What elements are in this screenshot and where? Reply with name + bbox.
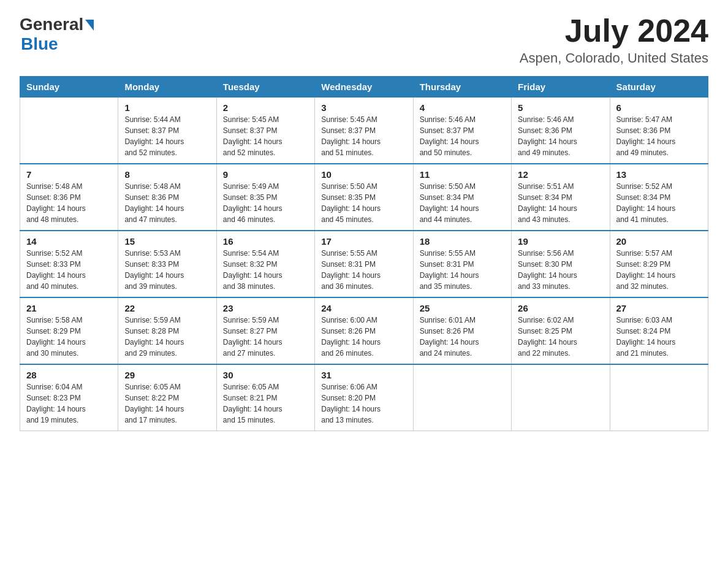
day-number: 23 — [223, 303, 308, 313]
calendar-cell: 4Sunrise: 5:46 AMSunset: 8:37 PMDaylight… — [413, 98, 511, 164]
day-info: Sunrise: 5:55 AMSunset: 8:31 PMDaylight:… — [321, 248, 406, 292]
day-number: 6 — [616, 102, 702, 113]
day-info: Sunrise: 6:05 AMSunset: 8:22 PMDaylight:… — [124, 381, 210, 426]
day-info: Sunrise: 5:58 AMSunset: 8:29 PMDaylight:… — [26, 315, 112, 359]
calendar-cell: 18Sunrise: 5:55 AMSunset: 8:31 PMDayligh… — [413, 231, 511, 297]
calendar-cell: 24Sunrise: 6:00 AMSunset: 8:26 PMDayligh… — [315, 297, 413, 364]
day-info: Sunrise: 5:50 AMSunset: 8:34 PMDaylight:… — [420, 181, 505, 225]
day-number: 16 — [223, 236, 308, 247]
calendar-header-row: SundayMondayTuesdayWednesdayThursdayFrid… — [20, 77, 708, 98]
logo: General Blue — [20, 15, 94, 54]
calendar-cell: 22Sunrise: 5:59 AMSunset: 8:28 PMDayligh… — [118, 297, 216, 364]
day-number: 25 — [420, 303, 505, 313]
page-header: General Blue July 2024 Aspen, Colorado, … — [20, 15, 708, 66]
day-info: Sunrise: 5:48 AMSunset: 8:36 PMDaylight:… — [26, 181, 112, 225]
day-info: Sunrise: 5:53 AMSunset: 8:33 PMDaylight:… — [124, 248, 210, 292]
calendar-cell: 30Sunrise: 6:05 AMSunset: 8:21 PMDayligh… — [216, 364, 314, 431]
day-number: 14 — [26, 236, 112, 247]
day-info: Sunrise: 6:04 AMSunset: 8:23 PMDaylight:… — [26, 381, 112, 426]
day-info: Sunrise: 5:56 AMSunset: 8:30 PMDaylight:… — [518, 248, 603, 292]
day-info: Sunrise: 5:55 AMSunset: 8:31 PMDaylight:… — [420, 248, 505, 292]
day-number: 12 — [518, 169, 603, 180]
day-number: 4 — [420, 102, 505, 113]
calendar-cell — [512, 364, 610, 431]
calendar-cell: 11Sunrise: 5:50 AMSunset: 8:34 PMDayligh… — [413, 164, 511, 231]
day-number: 21 — [26, 303, 112, 313]
calendar-cell: 6Sunrise: 5:47 AMSunset: 8:36 PMDaylight… — [610, 98, 708, 164]
day-info: Sunrise: 5:52 AMSunset: 8:33 PMDaylight:… — [26, 248, 112, 292]
calendar-cell — [413, 364, 511, 431]
calendar-cell: 29Sunrise: 6:05 AMSunset: 8:22 PMDayligh… — [118, 364, 216, 431]
calendar-week-row-2: 7Sunrise: 5:48 AMSunset: 8:36 PMDaylight… — [20, 164, 708, 231]
calendar-cell: 2Sunrise: 5:45 AMSunset: 8:37 PMDaylight… — [216, 98, 314, 164]
calendar-cell: 3Sunrise: 5:45 AMSunset: 8:37 PMDaylight… — [315, 98, 413, 164]
day-info: Sunrise: 5:59 AMSunset: 8:27 PMDaylight:… — [223, 315, 308, 359]
calendar-cell: 12Sunrise: 5:51 AMSunset: 8:34 PMDayligh… — [512, 164, 610, 231]
calendar-cell: 13Sunrise: 5:52 AMSunset: 8:34 PMDayligh… — [610, 164, 708, 231]
calendar-cell — [610, 364, 708, 431]
day-info: Sunrise: 5:48 AMSunset: 8:36 PMDaylight:… — [124, 181, 210, 225]
day-info: Sunrise: 6:03 AMSunset: 8:24 PMDaylight:… — [616, 315, 702, 359]
calendar-cell: 16Sunrise: 5:54 AMSunset: 8:32 PMDayligh… — [216, 231, 314, 297]
calendar-header-monday: Monday — [118, 77, 216, 98]
day-info: Sunrise: 6:02 AMSunset: 8:25 PMDaylight:… — [518, 315, 603, 359]
calendar-cell: 8Sunrise: 5:48 AMSunset: 8:36 PMDaylight… — [118, 164, 216, 231]
calendar-table: SundayMondayTuesdayWednesdayThursdayFrid… — [20, 76, 708, 431]
day-info: Sunrise: 5:46 AMSunset: 8:36 PMDaylight:… — [518, 114, 603, 158]
day-number: 29 — [124, 370, 210, 380]
day-number: 13 — [616, 169, 702, 180]
day-info: Sunrise: 5:52 AMSunset: 8:34 PMDaylight:… — [616, 181, 702, 225]
day-number: 28 — [26, 370, 112, 380]
day-number: 15 — [124, 236, 210, 247]
calendar-cell: 15Sunrise: 5:53 AMSunset: 8:33 PMDayligh… — [118, 231, 216, 297]
day-number: 5 — [518, 102, 603, 113]
day-number: 7 — [26, 169, 112, 180]
day-info: Sunrise: 5:50 AMSunset: 8:35 PMDaylight:… — [321, 181, 406, 225]
calendar-cell: 19Sunrise: 5:56 AMSunset: 8:30 PMDayligh… — [512, 231, 610, 297]
day-info: Sunrise: 5:54 AMSunset: 8:32 PMDaylight:… — [223, 248, 308, 292]
day-info: Sunrise: 5:49 AMSunset: 8:35 PMDaylight:… — [223, 181, 308, 225]
day-number: 18 — [420, 236, 505, 247]
calendar-header-thursday: Thursday — [413, 77, 511, 98]
day-number: 24 — [321, 303, 406, 313]
calendar-cell: 9Sunrise: 5:49 AMSunset: 8:35 PMDaylight… — [216, 164, 314, 231]
day-info: Sunrise: 6:00 AMSunset: 8:26 PMDaylight:… — [321, 315, 406, 359]
calendar-cell: 21Sunrise: 5:58 AMSunset: 8:29 PMDayligh… — [20, 297, 118, 364]
logo-blue-text: Blue — [21, 34, 58, 54]
day-info: Sunrise: 6:01 AMSunset: 8:26 PMDaylight:… — [420, 315, 505, 359]
day-info: Sunrise: 5:51 AMSunset: 8:34 PMDaylight:… — [518, 181, 603, 225]
calendar-header-friday: Friday — [512, 77, 610, 98]
day-info: Sunrise: 5:57 AMSunset: 8:29 PMDaylight:… — [616, 248, 702, 292]
logo-general-text: General — [20, 15, 83, 34]
calendar-cell: 20Sunrise: 5:57 AMSunset: 8:29 PMDayligh… — [610, 231, 708, 297]
calendar-cell: 31Sunrise: 6:06 AMSunset: 8:20 PMDayligh… — [315, 364, 413, 431]
day-info: Sunrise: 5:47 AMSunset: 8:36 PMDaylight:… — [616, 114, 702, 158]
calendar-week-row-4: 21Sunrise: 5:58 AMSunset: 8:29 PMDayligh… — [20, 297, 708, 364]
location-subtitle: Aspen, Colorado, United States — [520, 50, 708, 66]
day-number: 10 — [321, 169, 406, 180]
calendar-header-wednesday: Wednesday — [315, 77, 413, 98]
calendar-week-row-1: 1Sunrise: 5:44 AMSunset: 8:37 PMDaylight… — [20, 98, 708, 164]
day-info: Sunrise: 6:06 AMSunset: 8:20 PMDaylight:… — [321, 381, 406, 426]
calendar-week-row-5: 28Sunrise: 6:04 AMSunset: 8:23 PMDayligh… — [20, 364, 708, 431]
day-number: 22 — [124, 303, 210, 313]
day-number: 20 — [616, 236, 702, 247]
day-info: Sunrise: 6:05 AMSunset: 8:21 PMDaylight:… — [223, 381, 308, 426]
calendar-header-tuesday: Tuesday — [216, 77, 314, 98]
day-number: 17 — [321, 236, 406, 247]
calendar-cell: 17Sunrise: 5:55 AMSunset: 8:31 PMDayligh… — [315, 231, 413, 297]
day-number: 26 — [518, 303, 603, 313]
calendar-cell: 28Sunrise: 6:04 AMSunset: 8:23 PMDayligh… — [20, 364, 118, 431]
calendar-cell: 26Sunrise: 6:02 AMSunset: 8:25 PMDayligh… — [512, 297, 610, 364]
day-number: 3 — [321, 102, 406, 113]
calendar-header-sunday: Sunday — [20, 77, 118, 98]
calendar-cell: 10Sunrise: 5:50 AMSunset: 8:35 PMDayligh… — [315, 164, 413, 231]
calendar-cell: 25Sunrise: 6:01 AMSunset: 8:26 PMDayligh… — [413, 297, 511, 364]
calendar-week-row-3: 14Sunrise: 5:52 AMSunset: 8:33 PMDayligh… — [20, 231, 708, 297]
day-number: 31 — [321, 370, 406, 380]
month-year-title: July 2024 — [520, 15, 708, 47]
calendar-cell: 14Sunrise: 5:52 AMSunset: 8:33 PMDayligh… — [20, 231, 118, 297]
calendar-cell: 23Sunrise: 5:59 AMSunset: 8:27 PMDayligh… — [216, 297, 314, 364]
calendar-cell — [20, 98, 118, 164]
day-number: 30 — [223, 370, 308, 380]
